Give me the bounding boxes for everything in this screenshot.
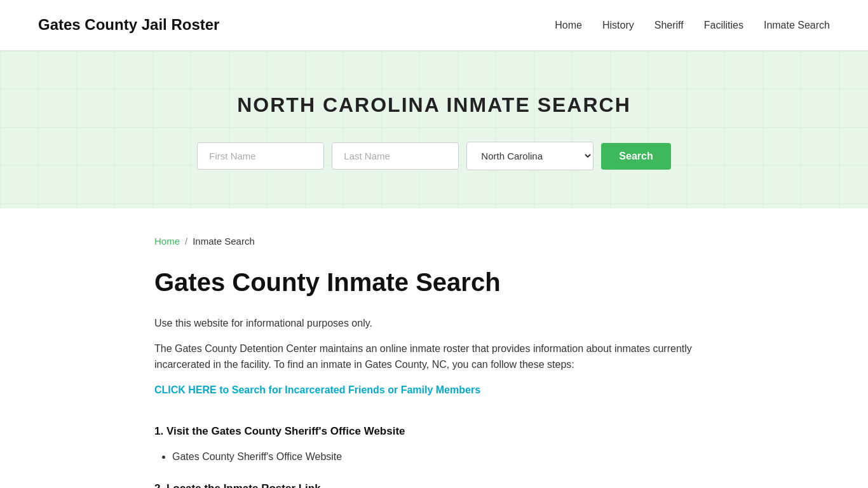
nav-home[interactable]: Home	[555, 17, 582, 34]
first-name-input[interactable]	[197, 142, 324, 170]
breadcrumb: Home / Inmate Search	[154, 234, 714, 249]
hero-title: NORTH CAROLINA INMATE SEARCH	[237, 89, 631, 121]
search-button[interactable]: Search	[601, 143, 670, 170]
nav-history[interactable]: History	[602, 17, 634, 34]
hero-section: NORTH CAROLINA INMATE SEARCH North Carol…	[0, 51, 868, 208]
main-content: Home / Inmate Search Gates County Inmate…	[116, 208, 752, 488]
intro-paragraph-2: The Gates County Detention Center mainta…	[154, 341, 714, 373]
section-2-heading: 2. Locate the Inmate Roster Link	[154, 480, 714, 488]
main-nav: Home History Sheriff Facilities Inmate S…	[555, 17, 830, 34]
breadcrumb-separator: /	[185, 234, 187, 249]
page-title: Gates County Inmate Search	[154, 267, 714, 297]
section-1-bullet-1: Gates County Sheriff's Office Website	[172, 449, 714, 465]
state-select[interactable]: North Carolina Alabama Alaska Arizona Ar…	[466, 142, 593, 170]
last-name-input[interactable]	[332, 142, 459, 170]
nav-sheriff[interactable]: Sheriff	[654, 17, 684, 34]
breadcrumb-current: Inmate Search	[193, 234, 255, 249]
site-header: Gates County Jail Roster Home History Sh…	[0, 0, 868, 51]
intro-paragraph-1: Use this website for informational purpo…	[154, 315, 714, 332]
cta-search-link[interactable]: CLICK HERE to Search for Incarcerated Fr…	[154, 382, 480, 398]
site-logo[interactable]: Gates County Jail Roster	[38, 13, 219, 37]
section-1-list: Gates County Sheriff's Office Website	[172, 449, 714, 465]
section-1-heading: 1. Visit the Gates County Sheriff's Offi…	[154, 423, 714, 440]
inmate-search-form: North Carolina Alabama Alaska Arizona Ar…	[197, 142, 670, 170]
nav-facilities[interactable]: Facilities	[704, 17, 743, 34]
breadcrumb-home-link[interactable]: Home	[154, 234, 180, 249]
nav-inmate-search[interactable]: Inmate Search	[764, 17, 830, 34]
